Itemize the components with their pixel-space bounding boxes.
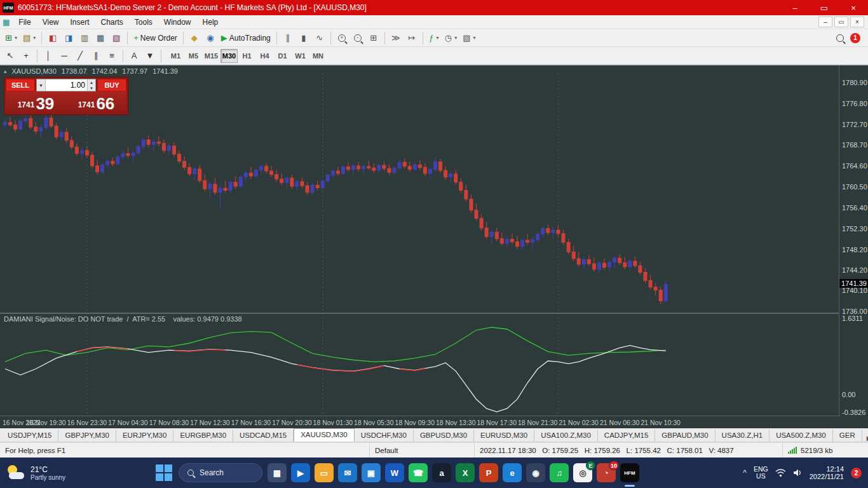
volume-input[interactable]: 1.00 (46, 79, 87, 91)
menu-window[interactable]: Window (158, 17, 197, 28)
taskbar-app-file-explorer[interactable]: ▭ (315, 463, 334, 482)
symbol-tab-gbpaud-m30[interactable]: GBPAUD,M30 (655, 430, 715, 442)
maximize-button[interactable]: ▭ (810, 0, 839, 15)
symbol-tab-usdjpy-m15[interactable]: USDJPY,M15 (1, 430, 58, 442)
templates-button[interactable]: ▧▾ (460, 30, 478, 46)
fibonacci-button[interactable]: ≡ (104, 48, 119, 64)
taskbar-app-opera-browser[interactable]: ◔10 (597, 463, 616, 482)
symbol-tab-gbpusd-m30[interactable]: GBPUSD,M30 (414, 430, 474, 442)
timeframe-m1[interactable]: M1 (167, 49, 184, 63)
volume-down-icon[interactable]: ▼ (87, 85, 95, 91)
mdi-minimize-button[interactable]: – (818, 17, 832, 27)
notifications-badge[interactable]: 1 (850, 33, 860, 43)
periods-button[interactable]: ◷▾ (442, 30, 459, 46)
time-axis[interactable]: 16 Nov 202216 Nov 19:3016 Nov 23:3017 No… (0, 416, 868, 428)
price-axis[interactable]: 1780.901776.801772.701768.701764.601760.… (839, 65, 868, 416)
cursor-button[interactable]: ↖ (3, 48, 18, 64)
sell-button[interactable]: SELL (6, 79, 35, 92)
terminal-button[interactable]: ▦ (93, 30, 108, 46)
taskbar-app-mail-app[interactable]: ✉ (338, 463, 357, 482)
start-button[interactable] (154, 463, 173, 482)
tabs-scroll-right-icon[interactable]: ▶ (862, 435, 868, 442)
taskbar-app-edge[interactable]: e (503, 463, 522, 482)
menu-tools[interactable]: Tools (129, 17, 158, 28)
symbol-tab-gbpjpy-m30[interactable]: GBPJPY,M30 (58, 430, 116, 442)
taskbar-app-excel[interactable]: X (456, 463, 475, 482)
timeframe-mn[interactable]: MN (309, 49, 327, 63)
channel-button[interactable]: ∥ (88, 48, 104, 64)
indicators-button[interactable]: ƒ▾ (426, 30, 442, 46)
menu-insert[interactable]: Insert (64, 17, 95, 28)
volume-dropdown-icon[interactable]: ▼ (37, 79, 46, 91)
timeframe-h4[interactable]: H4 (256, 49, 273, 63)
timeframe-m5[interactable]: M5 (185, 49, 202, 63)
profiles-button[interactable]: ▤▾ (20, 30, 38, 46)
buy-price[interactable]: 1741 66 (66, 92, 126, 113)
sell-price[interactable]: 1741 39 (6, 92, 66, 113)
horizontal-line-button[interactable]: ─ (57, 48, 72, 64)
chart-window[interactable]: ▴ XAUUSD,M30 1738.07 1742.04 1737.97 174… (0, 65, 868, 428)
taskbar-app-movies-app[interactable]: ▶ (291, 463, 310, 482)
symbol-tab-usa30-z-h1[interactable]: USA30.Z,H1 (715, 430, 770, 442)
volume-icon[interactable] (793, 468, 803, 477)
minimize-button[interactable]: – (780, 0, 810, 15)
metaeditor-button[interactable]: ◆ (187, 30, 202, 46)
timeframe-m30[interactable]: M30 (220, 49, 238, 63)
timeframe-w1[interactable]: W1 (292, 49, 309, 63)
taskbar-search[interactable]: Search (179, 463, 262, 482)
menu-file[interactable]: File (13, 17, 36, 28)
auto-scroll-button[interactable]: ≫ (388, 30, 403, 46)
search-icon[interactable] (836, 34, 844, 42)
volume-field[interactable]: ▼ 1.00 ▲ ▼ (36, 79, 96, 92)
crosshair-button[interactable]: + (18, 48, 34, 64)
symbol-tab-eurusd-m30[interactable]: EURUSD,M30 (474, 430, 534, 442)
close-button[interactable]: × (839, 0, 868, 15)
vertical-line-button[interactable]: │ (41, 48, 56, 64)
symbol-tab-usdcad-m15[interactable]: USDCAD,M15 (233, 430, 294, 442)
candlestick-chart[interactable] (0, 65, 839, 416)
chart-shift-button[interactable]: ↦ (404, 30, 419, 46)
taskbar-app-photos-app[interactable]: ◉ (526, 463, 545, 482)
weather-widget[interactable]: 21°C Partly sunny (6, 464, 143, 481)
zoom-in-button[interactable]: + (334, 30, 349, 46)
status-profile[interactable]: Default (369, 443, 474, 458)
new-chart-button[interactable]: ⊞▾ (3, 30, 20, 46)
taskbar-app-word[interactable]: W (385, 463, 404, 482)
arrows-button[interactable]: ▼ (142, 48, 158, 64)
taskbar-app-spotify[interactable]: ♫ (550, 463, 569, 482)
line-chart-button[interactable]: ∿ (312, 30, 327, 46)
volume-stepper[interactable]: ▲ ▼ (87, 79, 95, 91)
timeframe-d1[interactable]: D1 (274, 49, 291, 63)
text-button[interactable]: A (126, 48, 142, 64)
symbol-tab-usa500-z-m30[interactable]: USA500.Z,M30 (770, 430, 833, 442)
new-order-button[interactable]: +New Order (131, 30, 180, 46)
data-window-button[interactable]: ◨ (61, 30, 76, 46)
symbol-tab-eurjpy-m30[interactable]: EURJPY,M30 (116, 430, 173, 442)
symbol-tab-xauusd-m30[interactable]: XAUUSD,M30 (294, 428, 355, 442)
symbol-tab-ger[interactable]: GER (833, 430, 862, 442)
notification-count-badge[interactable]: 2 (851, 468, 862, 478)
timeframe-m15[interactable]: M15 (203, 49, 220, 63)
language-indicator[interactable]: ENGUS (754, 466, 768, 480)
mql5-community-button[interactable]: ◉ (203, 30, 218, 46)
autotrading-button[interactable]: ▶AutoTrading (219, 30, 273, 46)
taskbar-app-hfm-terminal[interactable]: HFM (620, 463, 639, 482)
bar-chart-button[interactable]: ∥ (280, 30, 295, 46)
market-watch-button[interactable]: ◧ (45, 30, 60, 46)
timeframe-h1[interactable]: H1 (238, 49, 255, 63)
collapse-panel-icon[interactable]: ▴ (4, 68, 7, 74)
candlestick-chart-button[interactable]: ▮ (296, 30, 311, 46)
zoom-out-button[interactable]: - (350, 30, 365, 46)
taskbar-app-whatsapp[interactable]: ☎ (409, 463, 428, 482)
symbol-tab-cadjpy-m15[interactable]: CADJPY,M15 (598, 430, 655, 442)
menu-charts[interactable]: Charts (95, 17, 129, 28)
buy-button[interactable]: BUY (97, 79, 126, 92)
mdi-close-button[interactable]: × (850, 17, 864, 27)
symbol-tab-usdchf-m30[interactable]: USDCHF,M30 (355, 430, 414, 442)
symbol-tab-usa100-z-m30[interactable]: USA100.Z,M30 (534, 430, 598, 442)
menu-view[interactable]: View (37, 17, 65, 28)
volume-up-icon[interactable]: ▲ (87, 79, 95, 85)
tile-windows-button[interactable]: ⊞ (366, 30, 381, 46)
navigator-button[interactable]: ▥ (77, 30, 92, 46)
taskbar-app-powerpoint[interactable]: P (479, 463, 498, 482)
